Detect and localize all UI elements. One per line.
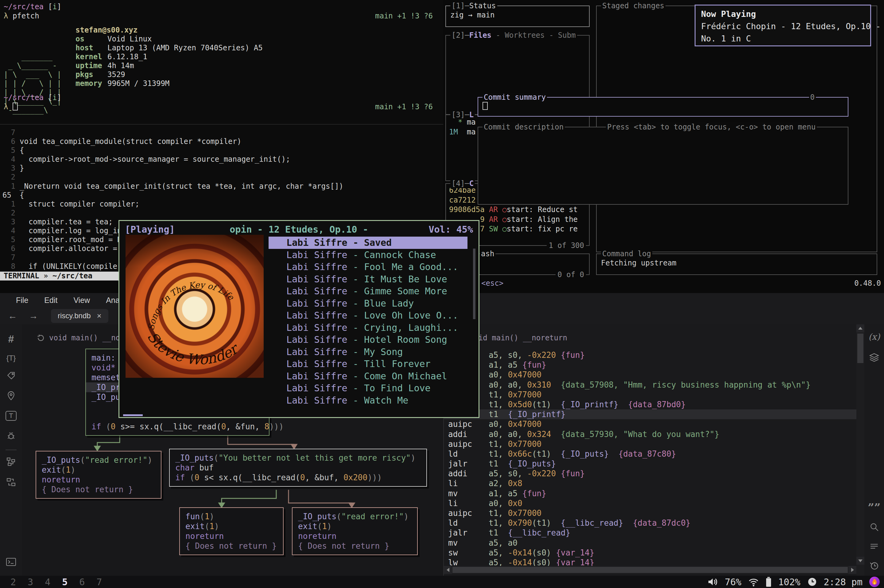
playlist-item[interactable]: Labi Siffre - Crying, Laughi... [269,322,467,334]
disasm-row[interactable]: a0, a0, 0x310 {data_57908, "Hmm, riscy b… [444,380,856,390]
xrefs-icon[interactable]: # [0,333,22,345]
disasm-row[interactable]: auipca0, 0x47000 [444,419,856,429]
workspace-number[interactable]: 2 [11,577,16,587]
log-list-icon[interactable] [864,542,884,553]
workspace-number[interactable]: 7 [96,577,102,587]
disasm-row[interactable]: addia0, a0, 0x324 {data_57930, "What do … [444,429,856,439]
disasm-row[interactable]: swa5, -0x14(s0) {var_14} [444,548,856,558]
nav-back-button[interactable]: ← [8,310,17,321]
browser-tray-icon[interactable] [869,577,880,587]
tag-icon[interactable] [0,371,22,381]
graph-node-read-error-2[interactable]: _IO_puts("read error!")exit(1)noreturn{ … [292,507,418,555]
mini-graph-icon[interactable] [0,457,22,468]
scroll-up-button[interactable] [856,324,864,332]
playlist-item[interactable]: Labi Siffre - Love Oh Love O... [269,309,467,322]
disasm-row[interactable]: ldt1, 0x790(t1) {__libc_read} {data_87dc… [444,518,856,528]
disasm-row[interactable]: lia0, 0x0 [444,498,856,508]
right-sidebar-rail: (x) ”” [864,324,884,576]
disasm-row[interactable]: a1, a5 {fun} [444,360,856,370]
music-player-window[interactable]: [Playing] opin - 12 Etudes, Op.10 - Vol:… [119,220,479,418]
vscroll-thumb[interactable] [857,334,863,363]
type-view-icon[interactable]: T [0,411,22,421]
horizontal-scrollbar[interactable] [444,566,856,574]
graph-node-fun[interactable]: fun(1)exit(1)noreturn{ Does not return } [179,507,284,555]
disasm-row[interactable]: jalrt1 {__libc_read} [444,528,856,538]
prompt-cursor-line: λ [4,102,18,111]
summary-input-cursor[interactable] [483,102,488,110]
graph-node-riscy[interactable]: _IO_puts("You better not let this get mo… [169,448,427,487]
graph-node-read-error-1[interactable]: _IO_puts("read error!")exit(1)noreturn{ … [36,451,161,499]
disasm-row[interactable]: jalrt1 {_IO_puts} [444,459,856,469]
tmux-status-bar[interactable]: TERMINAL » ~/src/tea [0,272,124,280]
disasm-row[interactable]: a5, s0, -0x220 {fun} [444,350,856,360]
user-host: stefan@s00.xyz [75,26,263,34]
player-track-title: opin - 12 Etudes, Op.10 - [119,224,479,235]
stack-layers-icon[interactable] [864,352,884,364]
playlist-item[interactable]: Labi Siffre - It Must Be Love [269,273,467,285]
wifi-icon [748,577,759,586]
disasm-row[interactable]: lia2, 0x8 [444,478,856,488]
disasm-row[interactable]: addia5, s0, -0x220 {fun} [444,469,856,478]
system-tray: 76% 102% 2:28 pm [707,577,880,587]
variables-icon[interactable]: (x) [864,332,884,342]
playlist-item[interactable]: Labi Siffre - Hotel Room Song [269,334,467,346]
player-volume: Vol: 45% [429,224,473,235]
vertical-scrollbar[interactable] [856,324,864,576]
commit-summary-popup[interactable]: Commit summary 0 [477,97,848,117]
pfetch-entry: memory9965M / 31399M [75,79,263,88]
disasm-row[interactable]: mva5, a0 [444,538,856,548]
disasm-row[interactable]: auipct1, 0x77000 [444,439,856,449]
debugger-bug-icon[interactable] [0,431,22,442]
disasm-row[interactable]: t1, 0x77000 [444,390,856,400]
playlist-item[interactable]: Labi Siffre - Cannock Chase [269,249,467,261]
lazygit-status-panel[interactable]: [1]─Status zig → main [446,6,590,27]
types-icon[interactable]: {T} [0,354,22,362]
commit-description-popup[interactable]: Commit description Press <tab> to toggle… [477,127,848,205]
battery-icon [766,577,771,587]
playlist-item[interactable]: Labi Siffre - Watch Me [269,394,467,406]
workspace-number[interactable]: 6 [79,577,85,587]
menu-view[interactable]: View [65,296,98,305]
commit-row[interactable]: 99086d5a AR ○start: Reduce st [449,205,589,215]
terminal-rail-icon[interactable] [0,557,22,568]
playlist-item[interactable]: Labi Siffre - Saved [269,237,467,249]
disasm-row[interactable]: auipct1, 0x77000 [444,508,856,518]
playlist-scrollbar[interactable] [473,249,476,319]
menu-file[interactable]: File [8,296,36,305]
notification-title: Now Playing [701,8,864,20]
terminal-pane[interactable]: ~/src/tea [i] λ pfetch main +1 !3 ?6 ___… [0,0,443,124]
playlist-item[interactable]: Labi Siffre - To Find Love [269,382,467,394]
hscroll-thumb[interactable] [452,567,848,573]
playlist-item[interactable]: Labi Siffre - Till Forever [269,358,467,370]
nav-forward-button[interactable]: → [29,310,38,321]
disasm-row[interactable]: a0, 0x47000 [444,370,856,380]
disassembly-view[interactable]: void main() __noreturn a5, s0, -0x220 {f… [444,324,856,576]
swap-blocks-icon[interactable] [0,477,22,488]
lazygit-command-log-panel[interactable]: Command log Fetching upstream [596,254,877,275]
scroll-down-button[interactable] [856,557,864,565]
history-clock-icon[interactable] [864,561,884,572]
disasm-row[interactable]: t1 {_IO_printf} [444,410,856,419]
now-playing-notification[interactable]: Now Playing Frédéric Chopin - 12 Etudes,… [695,4,871,46]
scroll-right-button[interactable] [848,566,856,574]
location-pin-icon[interactable] [0,391,22,402]
scroll-left-button[interactable] [444,566,452,574]
playlist-item[interactable]: Labi Siffre - Fool Me a Good... [269,261,467,273]
clock-icon [807,577,817,587]
disasm-row[interactable]: mva1, a5 {fun} [444,489,856,498]
strings-icon[interactable]: ”” [864,501,884,514]
playlist-item[interactable]: Labi Siffre - Come On Michael [269,370,467,382]
tab-riscy-bndb[interactable]: riscy.bndb× [51,309,108,323]
playlist-item[interactable]: Labi Siffre - Gimme Some More [269,285,467,297]
disasm-row[interactable]: t1, 0x5d0(t1) {_IO_printf} {data_87bd0} [444,400,856,410]
tab-close-icon[interactable]: × [97,311,102,321]
workspace-number[interactable]: 3 [28,577,33,587]
workspace-number[interactable]: 4 [45,577,50,587]
code-line: 2 [0,173,443,182]
menu-edit[interactable]: Edit [36,296,65,305]
playlist-item[interactable]: Labi Siffre - Blue Lady [269,297,467,310]
disasm-row[interactable]: ldt1, 0x66c(t1) {_IO_puts} {data_87c80} [444,449,856,459]
search-icon[interactable] [864,522,884,533]
playlist-item[interactable]: Labi Siffre - My Song [269,346,467,358]
workspace-number[interactable]: 5 [62,577,68,587]
